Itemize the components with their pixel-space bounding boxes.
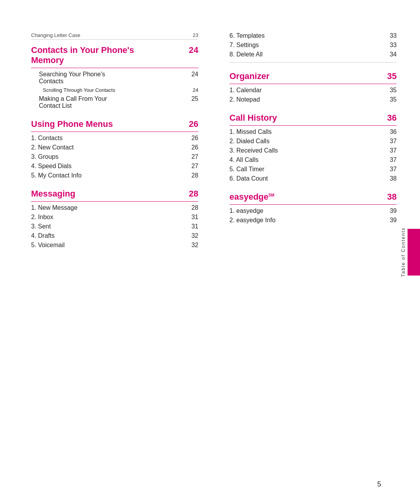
list-item: 2. Inbox 31 — [31, 212, 198, 222]
entry-label: 8. Delete All — [229, 51, 381, 58]
entry-label: 1. Calendar — [229, 87, 381, 94]
sidebar-tab — [408, 229, 420, 276]
entry-page: 31 — [183, 214, 198, 221]
list-item: 4. All Calls 37 — [229, 155, 397, 165]
entry-page: 26 — [183, 144, 198, 151]
entry-label: 1. Missed Calls — [229, 128, 381, 135]
contacts-page: 24 — [183, 45, 198, 55]
entry-page: 24 — [183, 71, 198, 78]
section-contacts: Contacts in Your Phone'sMemory 24 Search… — [31, 43, 198, 111]
list-item: 3. Groups 27 — [31, 152, 198, 162]
section-organizer: Organizer 35 1. Calendar 35 2. Notepad 3… — [229, 69, 397, 104]
pre-entry-label: Changing Letter Case — [31, 32, 80, 38]
easyedge-title: easyedgeSM — [229, 192, 274, 202]
list-item: 7. Settings 33 — [229, 40, 397, 50]
call-history-header: Call History 36 — [229, 111, 397, 126]
sidebar: Table of Contents — [389, 0, 420, 504]
list-item: 5. Call Timer 37 — [229, 165, 397, 174]
list-item: 2. Notepad 35 — [229, 95, 397, 104]
organizer-title: Organizer — [229, 71, 270, 81]
entry-label: 2. Dialed Calls — [229, 138, 381, 145]
list-item: 1. easyedge 39 — [229, 206, 397, 216]
page: Changing Letter Case 23 Contacts in Your… — [0, 0, 420, 504]
call-history-title: Call History — [229, 113, 277, 123]
entry-label: 2. Notepad — [229, 96, 381, 103]
messaging-header: Messaging 28 — [31, 186, 198, 202]
list-item: 3. Received Calls 37 — [229, 146, 397, 155]
entry-label: 5. My Contact Info — [31, 172, 183, 179]
section-messaging: Messaging 28 1. New Message 28 2. Inbox … — [31, 186, 198, 250]
list-item: 1. Missed Calls 36 — [229, 127, 397, 137]
easyedge-superscript: SM — [268, 193, 274, 197]
pre-entry-page: 23 — [183, 32, 198, 38]
entry-label: Making a Call From YourContact List — [39, 95, 183, 109]
entry-label: 1. Contacts — [31, 135, 183, 142]
list-item: 4. Drafts 32 — [31, 231, 198, 241]
entry-label: 3. Groups — [31, 153, 183, 160]
entry-page: 24 — [183, 87, 198, 93]
entry-label: 1. easyedge — [229, 207, 381, 214]
entry-page: 27 — [183, 163, 198, 170]
section-messaging-continued: 6. Templates 33 7. Settings 33 8. Delete… — [229, 31, 397, 63]
list-item: Searching Your Phone'sContacts 24 — [31, 70, 198, 86]
list-item: 1. Contacts 26 — [31, 133, 198, 143]
phone-menus-header: Using Phone Menus 26 — [31, 117, 198, 132]
entry-page: 32 — [183, 242, 198, 249]
entry-label: 4. Speed Dials — [31, 163, 183, 170]
contacts-header: Contacts in Your Phone'sMemory 24 — [31, 43, 198, 68]
entry-label: 1. New Message — [31, 204, 183, 211]
entry-page: 31 — [183, 223, 198, 230]
entry-label: 4. All Calls — [229, 156, 381, 163]
entry-label: 6. Templates — [229, 32, 381, 39]
list-item: 2. Dialed Calls 37 — [229, 137, 397, 146]
phone-menus-page: 26 — [183, 119, 198, 129]
list-item: 3. Sent 31 — [31, 222, 198, 231]
list-item: 4. Speed Dials 27 — [31, 162, 198, 171]
list-item: 1. Calendar 35 — [229, 86, 397, 95]
contacts-title: Contacts in Your Phone'sMemory — [31, 45, 134, 65]
left-column: Changing Letter Case 23 Contacts in Your… — [31, 31, 206, 481]
section-phone-menus: Using Phone Menus 26 1. Contacts 26 2. N… — [31, 117, 198, 180]
entry-label: 5. Voicemail — [31, 242, 183, 249]
list-item: 5. My Contact Info 28 — [31, 171, 198, 180]
entry-label: 3. Received Calls — [229, 147, 381, 154]
entry-page: 28 — [183, 204, 198, 211]
phone-menus-title: Using Phone Menus — [31, 119, 113, 129]
entry-label: 2. New Contact — [31, 144, 183, 151]
entry-label: 7. Settings — [229, 42, 381, 49]
messaging-page: 28 — [183, 189, 198, 199]
messaging-title: Messaging — [31, 189, 75, 199]
entry-page: 25 — [183, 95, 198, 102]
entry-label: Scrolling Through Your Contacts — [43, 87, 183, 93]
list-item: 6. Templates 33 — [229, 31, 397, 40]
easyedge-header: easyedgeSM 38 — [229, 190, 397, 205]
main-content: Changing Letter Case 23 Contacts in Your… — [0, 0, 420, 504]
entry-label: 2. Inbox — [31, 214, 183, 221]
entry-label: 5. Call Timer — [229, 166, 381, 173]
organizer-header: Organizer 35 — [229, 69, 397, 84]
entry-label: 2. easyedge Info — [229, 217, 381, 224]
entry-label: 6. Data Count — [229, 175, 381, 182]
list-item: 2. New Contact 26 — [31, 143, 198, 152]
entry-page: 28 — [183, 172, 198, 179]
pre-entry-changing-letter-case: Changing Letter Case 23 — [31, 31, 198, 40]
list-item: 2. easyedge Info 39 — [229, 216, 397, 225]
entry-label: Searching Your Phone'sContacts — [39, 71, 183, 85]
list-item: 8. Delete All 34 — [229, 50, 397, 59]
page-number: 5 — [377, 480, 381, 488]
entry-label: 4. Drafts — [31, 232, 183, 239]
section-call-history: Call History 36 1. Missed Calls 36 2. Di… — [229, 111, 397, 183]
entry-page: 32 — [183, 232, 198, 239]
section-easyedge: easyedgeSM 38 1. easyedge 39 2. easyedge… — [229, 190, 397, 225]
entry-page: 26 — [183, 135, 198, 142]
list-item: 5. Voicemail 32 — [31, 241, 198, 250]
list-item: Scrolling Through Your Contacts 24 — [31, 86, 198, 94]
sidebar-label: Table of Contents — [401, 227, 406, 277]
right-column: 6. Templates 33 7. Settings 33 8. Delete… — [222, 31, 397, 481]
list-item: 1. New Message 28 — [31, 203, 198, 212]
entry-page: 27 — [183, 153, 198, 160]
entry-label: 3. Sent — [31, 223, 183, 230]
list-item: 6. Data Count 38 — [229, 174, 397, 183]
list-item: Making a Call From YourContact List 25 — [31, 94, 198, 111]
